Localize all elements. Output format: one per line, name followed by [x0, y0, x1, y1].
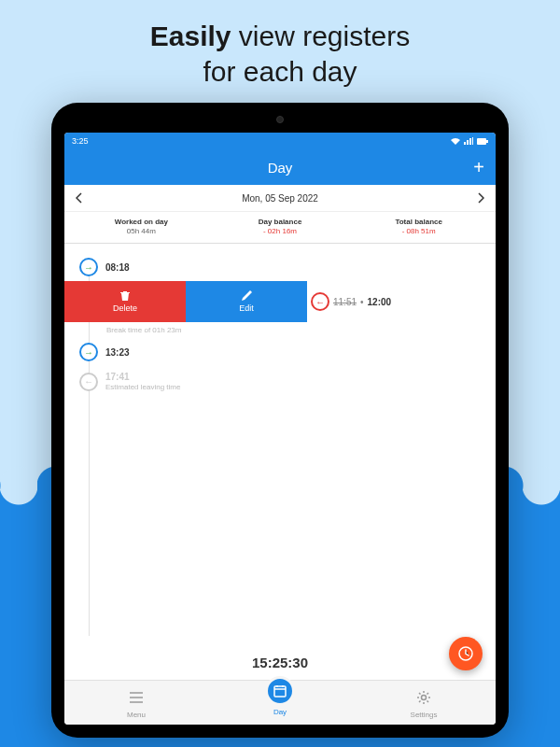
nav-label: Day [273, 708, 287, 716]
status-icons [451, 137, 488, 145]
worked-label: Worked on day [72, 218, 211, 226]
tablet-frame: 3:25 Day + Mon, 05 Sep 2022 Worked on da… [51, 103, 509, 738]
entry-time: 17:41 [105, 372, 180, 382]
chevron-left-icon [76, 192, 83, 204]
nav-settings[interactable]: Settings [352, 681, 496, 725]
headline-rest: view registers [231, 21, 411, 51]
pencil-icon [241, 290, 252, 302]
edit-button[interactable]: Edit [186, 281, 307, 322]
gear-icon [416, 690, 431, 705]
app-bar-title: Day [268, 160, 293, 176]
prev-day-button[interactable] [76, 192, 83, 204]
status-time: 3:25 [72, 136, 89, 146]
wifi-icon [451, 137, 460, 145]
clock-out-icon: ← [311, 292, 329, 311]
app-screen: 3:25 Day + Mon, 05 Sep 2022 Worked on da… [64, 133, 496, 725]
timeline: → 08:18 Delete Edit ← 11:51•12:00 [64, 244, 496, 645]
entry-row[interactable]: → 08:18 [64, 253, 496, 281]
bottom-nav: Menu Day Settings [64, 680, 496, 725]
total-value: - 08h 51m [349, 227, 488, 235]
entry-row[interactable]: → 13:23 [64, 338, 496, 366]
balance-value: - 02h 16m [211, 227, 350, 235]
next-day-button[interactable] [477, 192, 484, 204]
date-navigator: Mon, 05 Sep 2022 [64, 185, 496, 212]
delete-label: Delete [113, 303, 137, 313]
marketing-headline: Easily view registers for each day [0, 0, 560, 98]
add-button[interactable]: + [473, 157, 484, 178]
entry-content: ← 11:51•12:00 [307, 281, 496, 322]
clock-out-pending-icon: ← [79, 373, 98, 391]
tablet-camera [276, 116, 284, 123]
day-summary: Worked on day 05h 44m Day balance - 02h … [64, 212, 496, 244]
summary-balance: Day balance - 02h 16m [211, 218, 350, 235]
battery-icon [477, 138, 488, 145]
nav-day[interactable]: Day [208, 681, 352, 725]
clock-in-icon: → [79, 343, 98, 361]
entry-row-swiped[interactable]: Delete Edit ← 11:51•12:00 [64, 281, 496, 322]
clock-value: 15:25:30 [252, 655, 308, 670]
summary-total: Total balance - 08h 51m [349, 218, 488, 235]
trash-icon [119, 290, 131, 302]
edit-label: Edit [239, 303, 254, 313]
svg-rect-0 [477, 138, 486, 145]
entry-time-edited: 11:51•12:00 [333, 297, 391, 307]
nav-label: Menu [127, 711, 146, 719]
clock-in-icon: → [79, 258, 98, 276]
break-note: Break time of 01h 23m [89, 322, 496, 338]
entry-row-pending[interactable]: ← 17:41 Estimated leaving time [64, 366, 496, 397]
current-time: 15:25:30 [64, 645, 496, 680]
svg-rect-1 [486, 140, 488, 143]
signal-icon [464, 137, 473, 145]
svg-rect-3 [274, 686, 286, 697]
calendar-icon [273, 684, 287, 698]
old-time: 11:51 [333, 297, 357, 307]
headline-line2: for each day [203, 56, 357, 87]
date-label[interactable]: Mon, 05 Sep 2022 [242, 193, 318, 204]
app-bar: Day + [64, 149, 496, 185]
new-time: 12:00 [368, 297, 392, 307]
entry-subtitle: Estimated leaving time [105, 383, 180, 391]
nav-menu[interactable]: Menu [64, 681, 208, 725]
total-label: Total balance [349, 218, 488, 226]
delete-button[interactable]: Delete [64, 281, 186, 322]
chevron-right-icon [477, 192, 484, 204]
balance-label: Day balance [211, 218, 350, 226]
worked-value: 05h 44m [72, 227, 211, 235]
nav-label: Settings [411, 711, 438, 719]
summary-worked: Worked on day 05h 44m [72, 218, 211, 235]
entry-time: 13:23 [105, 347, 130, 358]
headline-bold: Easily [150, 21, 231, 51]
status-bar: 3:25 [64, 133, 496, 149]
entry-time: 08:18 [105, 262, 130, 273]
menu-icon [129, 691, 144, 704]
svg-point-4 [422, 696, 427, 700]
